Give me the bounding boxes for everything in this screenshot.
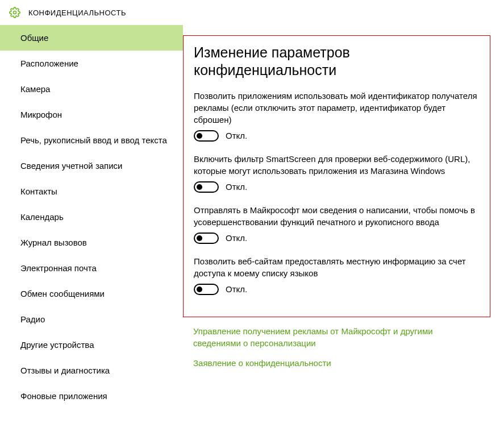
sidebar-item-4[interactable]: Речь, рукописный ввод и ввод текста bbox=[0, 127, 183, 153]
svg-point-0 bbox=[14, 11, 16, 14]
sidebar-item-label: Отзывы и диагностика bbox=[20, 366, 110, 375]
main-content: Изменение параметров конфиденциальности … bbox=[183, 25, 504, 442]
page-title: Изменение параметров конфиденциальности bbox=[194, 44, 480, 80]
toggle-row: Откл. bbox=[194, 233, 480, 244]
header: КОНФИДЕНЦИАЛЬНОСТЬ bbox=[0, 0, 504, 25]
toggle-state-label: Откл. bbox=[226, 131, 247, 140]
toggle-state-label: Откл. bbox=[226, 233, 247, 243]
sidebar-item-label: Радио bbox=[20, 314, 45, 324]
toggle-state-label: Откл. bbox=[226, 284, 247, 294]
toggle-row: Откл. bbox=[194, 284, 480, 295]
toggle-knob bbox=[197, 287, 202, 292]
sidebar-item-label: Общие bbox=[20, 33, 48, 43]
sidebar-item-8[interactable]: Журнал вызовов bbox=[0, 230, 183, 255]
toggle-switch-3[interactable] bbox=[194, 284, 219, 295]
setting-description: Позволить веб-сайтам предоставлять местн… bbox=[194, 255, 480, 279]
layout: ОбщиеРасположениеКамераМикрофонРечь, рук… bbox=[0, 25, 504, 442]
setting-block-2: Отправлять в Майкрософт мои сведения о н… bbox=[194, 204, 480, 244]
toggle-knob bbox=[197, 235, 202, 241]
toggle-switch-0[interactable] bbox=[194, 130, 219, 142]
toggle-switch-2[interactable] bbox=[194, 233, 219, 244]
sidebar-item-label: Электронная почта bbox=[20, 263, 97, 273]
sidebar-item-2[interactable]: Камера bbox=[0, 76, 183, 102]
sidebar-item-6[interactable]: Контакты bbox=[0, 179, 183, 204]
toggle-row: Откл. bbox=[194, 130, 480, 142]
sidebar-item-7[interactable]: Календарь bbox=[0, 204, 183, 230]
sidebar-item-label: Камера bbox=[20, 84, 50, 94]
sidebar-item-0[interactable]: Общие bbox=[0, 25, 183, 51]
sidebar-item-11[interactable]: Радио bbox=[0, 306, 183, 332]
toggle-knob bbox=[197, 184, 202, 190]
sidebar-item-13[interactable]: Отзывы и диагностика bbox=[0, 358, 183, 383]
privacy-link-1[interactable]: Заявление о конфиденциальности bbox=[193, 357, 466, 369]
privacy-link-0[interactable]: Управление получением рекламы от Майкрос… bbox=[193, 325, 466, 349]
sidebar-item-9[interactable]: Электронная почта bbox=[0, 255, 183, 281]
sidebar-item-14[interactable]: Фоновые приложения bbox=[0, 383, 183, 409]
gear-icon bbox=[9, 7, 20, 18]
setting-block-3: Позволить веб-сайтам предоставлять местн… bbox=[194, 255, 480, 295]
sidebar-item-1[interactable]: Расположение bbox=[0, 51, 183, 76]
sidebar-item-label: Микрофон bbox=[20, 110, 62, 119]
sidebar-item-label: Другие устройства bbox=[20, 340, 94, 350]
sidebar-item-label: Речь, рукописный ввод и ввод текста bbox=[20, 135, 167, 145]
setting-description: Отправлять в Майкрософт мои сведения о н… bbox=[194, 204, 480, 228]
sidebar-item-label: Календарь bbox=[20, 212, 64, 222]
sidebar-item-label: Фоновые приложения bbox=[20, 391, 107, 401]
setting-description: Включить фильтр SmartScreen для проверки… bbox=[194, 153, 480, 177]
sidebar-item-3[interactable]: Микрофон bbox=[0, 102, 183, 127]
toggle-knob bbox=[197, 133, 202, 139]
sidebar-item-label: Журнал вызовов bbox=[20, 238, 87, 247]
setting-block-1: Включить фильтр SmartScreen для проверки… bbox=[194, 153, 480, 193]
header-title: КОНФИДЕНЦИАЛЬНОСТЬ bbox=[28, 9, 126, 17]
toggle-switch-1[interactable] bbox=[194, 181, 219, 193]
toggle-state-label: Откл. bbox=[226, 182, 247, 192]
sidebar-item-12[interactable]: Другие устройства bbox=[0, 332, 183, 358]
toggle-row: Откл. bbox=[194, 181, 480, 193]
sidebar-item-label: Расположение bbox=[20, 59, 78, 68]
sidebar-item-10[interactable]: Обмен сообщениями bbox=[0, 281, 183, 306]
sidebar-item-label: Обмен сообщениями bbox=[20, 289, 105, 298]
sidebar-item-5[interactable]: Сведения учетной записи bbox=[0, 153, 183, 179]
setting-description: Позволить приложениям использовать мой и… bbox=[194, 90, 480, 126]
sidebar-item-label: Контакты bbox=[20, 186, 57, 196]
sidebar-item-label: Сведения учетной записи bbox=[20, 161, 123, 171]
sidebar: ОбщиеРасположениеКамераМикрофонРечь, рук… bbox=[0, 25, 183, 442]
highlight-box: Изменение параметров конфиденциальности … bbox=[183, 35, 490, 317]
setting-block-0: Позволить приложениям использовать мой и… bbox=[194, 90, 480, 142]
